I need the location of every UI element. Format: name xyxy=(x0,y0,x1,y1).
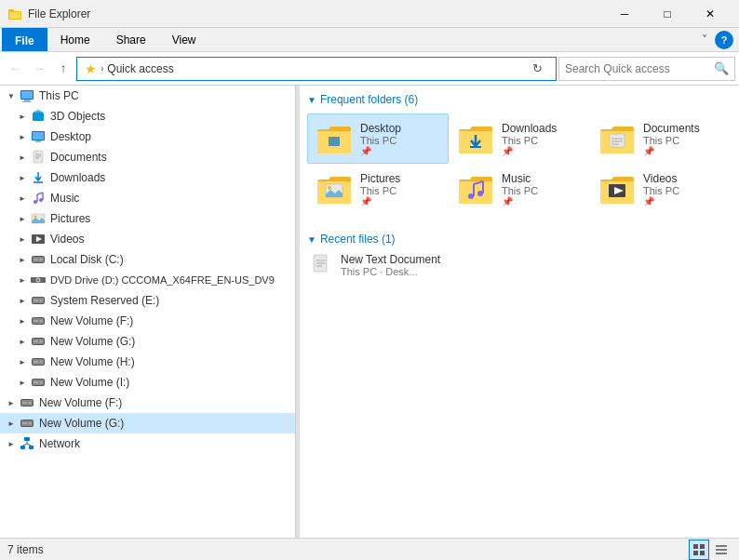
folder-info: Videos This PC 📌 xyxy=(643,172,679,207)
sidebar-item-label: New Volume (G:) xyxy=(50,335,135,348)
folder-thumb xyxy=(457,120,494,157)
ribbon-chevron-icon[interactable]: ˅ xyxy=(694,30,715,50)
tab-file[interactable]: File xyxy=(2,28,47,51)
pictures-icon xyxy=(30,210,47,227)
minimize-button[interactable]: ─ xyxy=(603,0,646,28)
sidebar-item-label: Local Disk (C:) xyxy=(50,253,124,266)
desktop-icon xyxy=(30,128,47,145)
sidebar-item-label: New Volume (I:) xyxy=(50,376,129,389)
svg-rect-7 xyxy=(33,113,44,121)
sidebar-item-documents[interactable]: ► Documents xyxy=(0,147,295,167)
status-item-count: 7 items xyxy=(7,543,44,556)
sidebar-item-music[interactable]: ► Music xyxy=(0,188,295,208)
window-controls: ─ □ ✕ xyxy=(603,0,732,28)
folder-item-documents[interactable]: Documents This PC 📌 xyxy=(590,113,732,164)
help-button[interactable]: ? xyxy=(715,31,733,49)
expand-icon: ► xyxy=(15,338,30,346)
folder-item-desktop[interactable]: Desktop This PC 📌 xyxy=(307,113,449,164)
folder-info: Downloads This PC 📌 xyxy=(502,122,557,156)
svg-rect-89 xyxy=(700,551,705,555)
svg-point-39 xyxy=(40,320,43,323)
address-bar: ← → ↑ ★ › Quick access ↻ 🔍 xyxy=(0,52,739,86)
folder-thumb xyxy=(316,120,353,157)
folder-info: Pictures This PC 📌 xyxy=(360,172,400,207)
sidebar-item-network[interactable]: ► Network xyxy=(0,433,295,454)
expand-icon: ► xyxy=(15,174,30,182)
search-input[interactable] xyxy=(565,62,710,75)
hdd-icon xyxy=(30,353,47,370)
documents-icon xyxy=(30,149,47,166)
local-disk-icon xyxy=(30,251,47,268)
recent-file-item[interactable]: New Text Document This PC · Desk... xyxy=(300,249,739,281)
content-area: ▼ Frequent folders (6) Desktop xyxy=(300,86,739,538)
up-button[interactable]: ↑ xyxy=(52,58,74,80)
expand-icon: ► xyxy=(15,113,30,121)
sidebar-item-system-reserved-e[interactable]: ► System Reserved (E:) xyxy=(0,290,295,311)
sidebar-item-downloads[interactable]: ► Downloads xyxy=(0,167,295,188)
tab-home[interactable]: Home xyxy=(47,28,103,51)
svg-rect-36 xyxy=(34,300,38,301)
folder-name: Videos xyxy=(643,172,679,185)
sidebar-item-3d-objects[interactable]: ► 3D Objects xyxy=(0,106,295,127)
svg-point-43 xyxy=(40,340,43,343)
music-icon xyxy=(30,190,47,207)
sidebar-item-pictures[interactable]: ► Pictures xyxy=(0,208,295,229)
sidebar-item-dvd-drive-d[interactable]: ► DVD Drive (D:) CCCOMA_X64FRE_EN-US_DV9 xyxy=(0,270,295,290)
sidebar-item-label: Videos xyxy=(50,233,84,246)
folder-item-pictures[interactable]: Pictures This PC 📌 xyxy=(307,164,449,214)
content-scroll[interactable]: ▼ Frequent folders (6) Desktop xyxy=(300,86,739,538)
expand-icon: ► xyxy=(15,133,30,141)
hdd-icon xyxy=(30,313,47,329)
main-layout: ▼ This PC ► 3D Objects ► Desktop ► xyxy=(0,86,739,538)
svg-point-51 xyxy=(40,381,43,384)
sidebar-item-new-volume-f2[interactable]: ► New Volume (F:) xyxy=(0,393,295,413)
sidebar-item-videos[interactable]: ► Videos xyxy=(0,229,295,249)
address-input[interactable]: ★ › Quick access ↻ xyxy=(76,57,557,81)
refresh-button[interactable]: ↻ xyxy=(526,58,548,80)
svg-rect-6 xyxy=(21,91,33,99)
svg-rect-69 xyxy=(610,134,625,147)
folder-thumb xyxy=(457,170,494,207)
sidebar-item-new-volume-h[interactable]: ► New Volume (H:) xyxy=(0,352,295,372)
maximize-button[interactable]: □ xyxy=(646,0,689,28)
svg-rect-1 xyxy=(8,9,14,12)
folder-item-downloads[interactable]: Downloads This PC 📌 xyxy=(449,113,590,164)
close-button[interactable]: ✕ xyxy=(689,0,732,28)
sidebar-item-new-volume-i[interactable]: ► New Volume (I:) xyxy=(0,372,295,393)
recent-file-info: New Text Document This PC · Desk... xyxy=(341,253,440,277)
expand-icon: ► xyxy=(15,358,30,367)
recent-files-title: Recent files (1) xyxy=(320,233,396,246)
folder-item-music[interactable]: Music This PC 📌 xyxy=(449,164,590,214)
view-details-button[interactable] xyxy=(711,540,732,560)
folder-thumb xyxy=(316,170,353,207)
expand-icon: ► xyxy=(4,420,19,428)
sidebar-item-new-volume-f1[interactable]: ► New Volume (F:) xyxy=(0,311,295,331)
back-button[interactable]: ← xyxy=(4,58,26,80)
sidebar-item-this-pc[interactable]: ▼ This PC xyxy=(0,86,295,106)
forward-button[interactable]: → xyxy=(28,58,50,80)
tab-view[interactable]: View xyxy=(159,28,209,51)
expand-icon: ► xyxy=(15,215,30,223)
sidebar-item-label: Network xyxy=(39,437,80,450)
svg-rect-56 xyxy=(22,402,27,404)
frequent-folders-header[interactable]: ▼ Frequent folders (6) xyxy=(300,86,739,110)
recent-files-header[interactable]: ▼ Recent files (1) xyxy=(300,225,739,249)
svg-point-35 xyxy=(40,300,43,302)
sidebar-item-label: New Volume (H:) xyxy=(50,355,135,368)
sidebar-item-local-disk-c[interactable]: ► Local Disk (C:) xyxy=(0,249,295,270)
tab-share[interactable]: Share xyxy=(103,28,159,51)
hdd-icon xyxy=(19,394,35,411)
folder-name: Music xyxy=(502,172,538,185)
svg-rect-29 xyxy=(34,259,38,260)
sidebar-item-new-volume-g2[interactable]: ► New Volume (G:) xyxy=(0,413,295,433)
folder-sub: This PC xyxy=(502,185,538,196)
sidebar-item-label: System Reserved (E:) xyxy=(50,294,159,307)
svg-rect-2 xyxy=(9,12,20,19)
view-large-icons-button[interactable] xyxy=(689,540,709,560)
sidebar-item-new-volume-g1[interactable]: ► New Volume (G:) xyxy=(0,331,295,352)
folder-sub: This PC xyxy=(502,135,557,146)
svg-rect-67 xyxy=(329,137,340,146)
hdd-icon xyxy=(30,374,47,391)
folder-item-videos[interactable]: Videos This PC 📌 xyxy=(590,164,732,214)
sidebar-item-desktop[interactable]: ► Desktop xyxy=(0,127,295,147)
